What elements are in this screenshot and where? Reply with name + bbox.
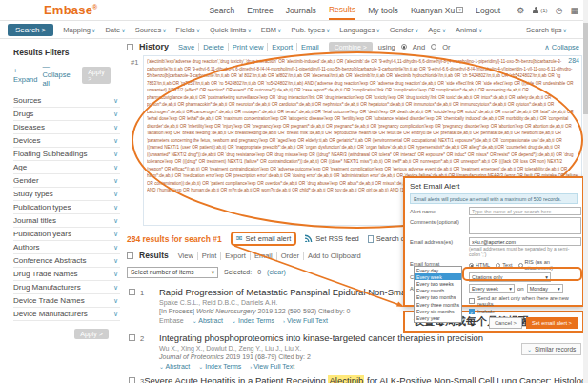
abstract-link[interactable]: ⌄ Abstract [159,363,190,370]
results-action-link[interactable]: Export [220,252,250,260]
cancel-button[interactable]: Cancel > [489,317,522,329]
history-action-link[interactable]: Save [174,43,198,51]
embase-logo[interactable]: Embase® [44,3,97,17]
filter-category[interactable]: Drugs ∨ [13,108,120,121]
search-menu-item[interactable]: Quick limits∨ [210,26,252,34]
include-checkbox[interactable]: ✓ [469,309,475,314]
apply-filters-button-bottom[interactable]: Apply > [74,329,109,339]
filter-category[interactable]: Drug Trade Names ∨ [13,268,120,281]
history-select-all-checkbox[interactable] [127,44,133,50]
result-checkbox[interactable] [129,289,135,295]
search-tips-link[interactable]: Search tips∨ [526,26,567,34]
set-email-alert-button[interactable]: ✉ Set email alert [231,232,297,246]
filter-category[interactable]: Drug Manufacturers ∨ [13,281,120,294]
frequency-option[interactable]: Every two months [415,294,461,301]
view-full-text-link[interactable]: › View Full Text [283,317,328,324]
combine-or-radio[interactable] [431,44,436,50]
apps-grid-icon[interactable]: ▦ [570,6,578,15]
header-nav-item[interactable]: My tools [368,2,398,19]
filter-category[interactable]: Device Trade Names ∨ [13,294,120,308]
history-clock-icon[interactable]: ◷ [556,6,563,15]
abstract-link[interactable]: ⌄ Abstract [193,317,223,324]
frequency-option[interactable]: Every week [415,273,461,280]
view-full-text-link[interactable]: › View Full Text [250,363,294,370]
header-nav-item[interactable]: Journals [286,2,316,19]
comments-textarea[interactable] [469,217,581,234]
day-dropdown[interactable]: Monday▾ [527,284,563,293]
collapse-all-link[interactable]: — Collapse all [42,62,77,88]
page-scrollbar[interactable] [583,0,588,383]
results-action-link[interactable]: Add to Clipboard [303,252,365,260]
index-terms-link[interactable]: ⌄ Index Terms [232,317,274,324]
logout-link[interactable]: Logout [476,2,500,19]
similar-records-button[interactable]: ⌄Similar records [521,343,581,355]
history-results-count-link[interactable]: 284 [568,57,579,64]
collapse-history-link[interactable]: ∧ Collapse [544,43,579,51]
header-nav-item[interactable]: Search [209,2,234,19]
combine-button[interactable]: Combine > [329,42,373,52]
filter-category[interactable]: Journal titles ∨ [13,214,120,228]
alerts-button[interactable]: (1) [532,7,547,14]
apply-filters-button-top[interactable]: Apply > [82,67,111,84]
filter-category[interactable]: Gender ∨ [13,174,120,188]
header-nav-item[interactable]: Emtree [247,2,273,19]
expand-all-link[interactable]: + Expand [13,67,37,84]
alert-name-input[interactable] [469,207,581,215]
frequency-option[interactable]: Every three months [415,301,461,308]
gear-icon[interactable]: ⚙ [517,6,524,15]
results-action-link[interactable]: Print [197,252,220,260]
select-number-of-items-dropdown[interactable]: Select number of items▾ [127,267,218,278]
filter-category[interactable]: Diseases ∨ [13,121,120,134]
clear-selection-link[interactable]: (clear) [267,269,286,275]
format-radio-option[interactable]: Text [496,262,512,268]
search-menu-item[interactable]: Date∨ [105,26,125,34]
filter-category[interactable]: Devices ∨ [13,134,120,148]
search-menu-item[interactable]: Fields∨ [176,26,200,34]
history-action-link[interactable]: Export [267,43,296,51]
results-action-link[interactable]: View [174,252,197,260]
content-dropdown[interactable]: Citations only▾ [469,272,551,282]
history-action-link[interactable]: Email [296,43,323,51]
search-button[interactable]: Search > [8,24,53,36]
result-checkbox[interactable] [129,334,135,341]
filter-category[interactable]: Device Manufacturers ∨ [13,308,120,321]
search-menu-item[interactable]: Pub. types∨ [291,26,330,34]
search-menu-item[interactable]: Languages∨ [339,26,380,34]
email-addresses-input[interactable] [469,237,581,246]
frequency-dropdown[interactable]: Every week▾ [469,284,515,293]
frequency-option[interactable]: Every day [415,267,461,273]
scrollbar-thumb[interactable] [583,23,588,114]
result-title-link[interactable]: Integrating phosphoproteomics into kinas… [159,333,583,343]
frequency-option[interactable]: Every month [415,288,461,294]
search-menu-item[interactable]: Gender∨ [390,26,418,34]
search-menu-item[interactable]: Age∨ [428,26,446,34]
results-select-all-checkbox[interactable] [127,252,133,259]
new-results-only-checkbox[interactable] [469,298,475,304]
search-menu-item[interactable]: Mapping∨ [63,26,95,34]
user-menu[interactable]: Kuanyan Xu▾ [411,6,463,15]
history-action-link[interactable]: Delete [198,43,228,51]
history-action-link[interactable]: Print view [228,43,268,51]
results-action-link[interactable]: Email [250,252,276,260]
filter-category[interactable]: Sources ∨ [13,94,120,108]
filter-category[interactable]: Publication types ∨ [13,201,120,214]
combine-and-radio[interactable] [401,44,407,50]
filter-category[interactable]: Study types ∨ [13,188,120,201]
search-menu-item[interactable]: EBM∨ [261,26,282,34]
filter-category[interactable]: Age ∨ [13,161,120,174]
set-rss-feed-button[interactable]: Set RSS feed [305,234,358,244]
frequency-option[interactable]: Every year [415,314,461,321]
filter-category[interactable]: Floating Subheadings ∨ [13,148,120,161]
frequency-option[interactable]: Every two weeks [415,280,461,287]
search-menu-item[interactable]: Sources∨ [135,26,167,34]
index-terms-link[interactable]: ⌄ Index Terms [198,363,241,370]
format-radio-option[interactable]: HTML [469,262,490,268]
filter-category[interactable]: Publication years ∨ [13,228,120,241]
search-menu-item[interactable]: Animal∨ [456,26,482,34]
set-email-alert-submit-button[interactable]: Set email alert > [526,317,578,329]
header-nav-item[interactable]: Results [329,1,355,20]
filter-category[interactable]: Conference Abstracts ∨ [13,254,120,268]
frequency-option[interactable]: Every six months [415,308,461,314]
filter-category[interactable]: Authors ∨ [13,241,120,254]
result-title-link[interactable]: Severe Acute Hepatitis in a Patient Rece… [144,375,588,383]
